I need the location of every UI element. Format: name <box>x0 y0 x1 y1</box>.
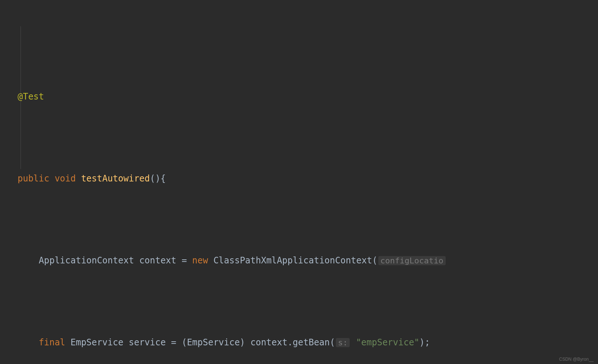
type-appcontext: ApplicationContext <box>39 255 140 266</box>
ctor-classpath: ClassPathXmlApplicationContext( <box>213 255 378 266</box>
param-hint-s: s: <box>336 338 350 347</box>
keyword-void: void <box>55 173 76 184</box>
call-close: ); <box>419 337 430 348</box>
keyword-public: public <box>18 173 49 184</box>
brace-open: { <box>160 173 166 184</box>
var-context: context <box>139 255 182 266</box>
keyword-final: final <box>39 337 65 348</box>
code-line: final EmpService service = (EmpService) … <box>0 332 598 353</box>
annotation-test: @Test <box>18 91 44 102</box>
keyword-new: new <box>192 255 208 266</box>
code-line: public void testAutowired(){ <box>0 168 598 189</box>
type-empservice: EmpService <box>65 337 129 348</box>
watermark: CSDN @Byron__ <box>559 357 594 362</box>
code-line: ApplicationContext context = new ClassPa… <box>0 250 598 271</box>
string-empservice: "empService" <box>356 337 419 348</box>
equals: = <box>182 255 192 266</box>
code-editor[interactable]: @Test public void testAutowired(){ Appli… <box>0 0 598 364</box>
param-hint-configlocation: configLocatio <box>378 256 446 265</box>
code-line: @Test <box>0 86 598 107</box>
method-name: testAutowired <box>81 173 150 184</box>
method-params: () <box>150 173 160 184</box>
cast-getbean: = (EmpService) context.getBean( <box>171 337 335 348</box>
var-service: service <box>129 337 171 348</box>
